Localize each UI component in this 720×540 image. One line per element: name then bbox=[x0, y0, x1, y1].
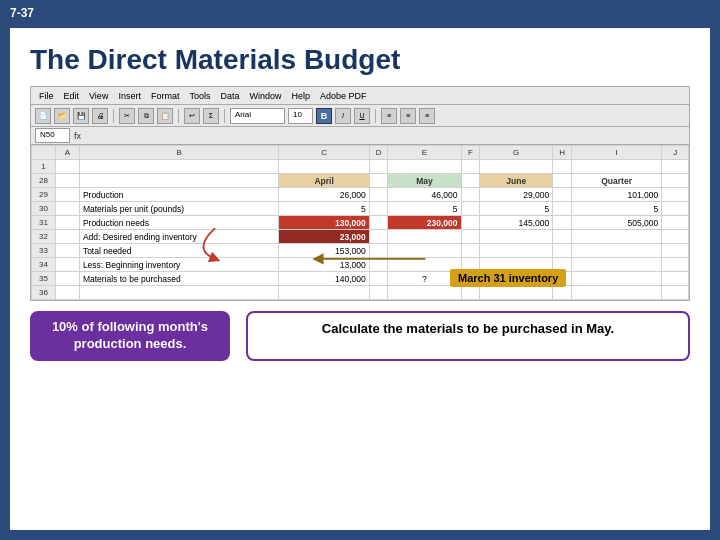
row-35-num: 35 bbox=[32, 272, 56, 286]
col-header-i: I bbox=[571, 146, 661, 160]
row-28-num: 28 bbox=[32, 174, 56, 188]
col-header-g: G bbox=[480, 146, 553, 160]
toolbar-copy-icon[interactable]: ⧉ bbox=[138, 108, 154, 124]
toolbar-print-icon[interactable]: 🖨 bbox=[92, 108, 108, 124]
cell-april-mat-purchased[interactable]: 140,000 bbox=[279, 272, 369, 286]
table-row-35: 35 Materials to be purchased 140,000 ? bbox=[32, 272, 689, 286]
col-header-h: H bbox=[553, 146, 572, 160]
callout-left-box: 10% of following month's production need… bbox=[30, 311, 230, 361]
menu-view[interactable]: View bbox=[85, 90, 112, 102]
cell-total-needed-label[interactable]: Total needed bbox=[79, 244, 278, 258]
row-33-num: 33 bbox=[32, 244, 56, 258]
menu-adobe[interactable]: Adobe PDF bbox=[316, 90, 371, 102]
menu-insert[interactable]: Insert bbox=[114, 90, 145, 102]
align-right-icon[interactable]: ≡ bbox=[419, 108, 435, 124]
cell-june-prod-needs[interactable]: 145,000 bbox=[480, 216, 553, 230]
cell-may-production[interactable]: 46,000 bbox=[388, 188, 461, 202]
cell-production-label[interactable]: Production bbox=[79, 188, 278, 202]
table-row-36: 36 bbox=[32, 286, 689, 300]
cell-mat-purchased-label[interactable]: Materials to be purchased bbox=[79, 272, 278, 286]
cell-april-desired-end[interactable]: 23,000 bbox=[279, 230, 369, 244]
font-size-selector[interactable]: 10 bbox=[288, 108, 313, 124]
slide-title: The Direct Materials Budget bbox=[30, 44, 690, 76]
callout-row: 10% of following month's production need… bbox=[30, 311, 690, 361]
table-row-30: 30 Materials per unit (pounds) 5 5 5 5 bbox=[32, 202, 689, 216]
menu-file[interactable]: File bbox=[35, 90, 58, 102]
toolbar-sep-2 bbox=[178, 109, 179, 123]
col-header-b: B bbox=[79, 146, 278, 160]
cell-quarter-prod-needs[interactable]: 505,000 bbox=[571, 216, 661, 230]
cell-april-production[interactable]: 26,000 bbox=[279, 188, 369, 202]
table-row-31: 31 Production needs 130,000 230,000 145,… bbox=[32, 216, 689, 230]
col-header-d: D bbox=[369, 146, 388, 160]
cell-may-prod-needs[interactable]: 230,000 bbox=[388, 216, 461, 230]
toolbar-paste-icon[interactable]: 📋 bbox=[157, 108, 173, 124]
menu-edit[interactable]: Edit bbox=[60, 90, 84, 102]
cell-materials-unit-label[interactable]: Materials per unit (pounds) bbox=[79, 202, 278, 216]
underline-button[interactable]: U bbox=[354, 108, 370, 124]
bold-button[interactable]: B bbox=[316, 108, 332, 124]
toolbar-sep-1 bbox=[113, 109, 114, 123]
cell-june-production[interactable]: 29,000 bbox=[480, 188, 553, 202]
cell-june-mat-unit[interactable]: 5 bbox=[480, 202, 553, 216]
grid-container: A B C D E F G H I J bbox=[31, 145, 689, 300]
cell-april-total-needed[interactable]: 153,000 bbox=[279, 244, 369, 258]
spreadsheet-grid: A B C D E F G H I J bbox=[31, 145, 689, 300]
cell-april-prod-needs[interactable]: 130,000 bbox=[279, 216, 369, 230]
col-header-c: C bbox=[279, 146, 369, 160]
row-34-num: 34 bbox=[32, 258, 56, 272]
italic-button[interactable]: I bbox=[335, 108, 351, 124]
toolbar-save-icon[interactable]: 💾 bbox=[73, 108, 89, 124]
cell-quarter-mat-unit[interactable]: 5 bbox=[571, 202, 661, 216]
font-selector[interactable]: Arial bbox=[230, 108, 285, 124]
cell-june-header[interactable]: June bbox=[480, 174, 553, 188]
align-left-icon[interactable]: ≡ bbox=[381, 108, 397, 124]
toolbar-undo-icon[interactable]: ↩ bbox=[184, 108, 200, 124]
align-center-icon[interactable]: ≡ bbox=[400, 108, 416, 124]
cell-beg-inv-label[interactable]: Less: Beginning inventory bbox=[79, 258, 278, 272]
menu-data[interactable]: Data bbox=[216, 90, 243, 102]
march-31-inventory-label: March 31 inventory bbox=[450, 269, 566, 287]
col-header-f: F bbox=[461, 146, 480, 160]
toolbar-open-icon[interactable]: 📂 bbox=[54, 108, 70, 124]
cell-quarter-header[interactable]: Quarter bbox=[571, 174, 661, 188]
toolbar-new-icon[interactable]: 📄 bbox=[35, 108, 51, 124]
row-29-num: 29 bbox=[32, 188, 56, 202]
spreadsheet: File Edit View Insert Format Tools Data … bbox=[30, 86, 690, 301]
formula-bar: N50 fx bbox=[31, 127, 689, 145]
col-header-rownum bbox=[32, 146, 56, 160]
toolbar-sum-icon[interactable]: Σ bbox=[203, 108, 219, 124]
row-num: 1 bbox=[32, 160, 56, 174]
toolbar-sep-4 bbox=[375, 109, 376, 123]
toolbar-cut-icon[interactable]: ✂ bbox=[119, 108, 135, 124]
fx-label: fx bbox=[74, 131, 81, 141]
col-header-e: E bbox=[388, 146, 461, 160]
toolbar-sep-3 bbox=[224, 109, 225, 123]
menu-help[interactable]: Help bbox=[287, 90, 314, 102]
cell-may-header[interactable]: May bbox=[388, 174, 461, 188]
menu-window[interactable]: Window bbox=[245, 90, 285, 102]
row-30-num: 30 bbox=[32, 202, 56, 216]
table-row-29: 29 Production 26,000 46,000 29,000 101,0… bbox=[32, 188, 689, 202]
cell-desired-end-label[interactable]: Add: Desired ending inventory bbox=[79, 230, 278, 244]
row-32-num: 32 bbox=[32, 230, 56, 244]
callout-right-box: Calculate the materials to be purchased … bbox=[246, 311, 690, 361]
cell-may-mat-unit[interactable]: 5 bbox=[388, 202, 461, 216]
menu-tools[interactable]: Tools bbox=[185, 90, 214, 102]
excel-toolbar: 📄 📂 💾 🖨 ✂ ⧉ 📋 ↩ Σ Arial 10 B I U ≡ ≡ bbox=[31, 105, 689, 127]
col-header-a: A bbox=[55, 146, 79, 160]
table-row-32: 32 Add: Desired ending inventory 23,000 bbox=[32, 230, 689, 244]
spreadsheet-wrapper: File Edit View Insert Format Tools Data … bbox=[30, 86, 690, 301]
excel-menubar: File Edit View Insert Format Tools Data … bbox=[31, 87, 689, 105]
cell-april-beg-inv[interactable]: 13,000 bbox=[279, 258, 369, 272]
cell-april-header[interactable]: April bbox=[279, 174, 369, 188]
cell-reference-box[interactable]: N50 bbox=[35, 128, 70, 143]
menu-format[interactable]: Format bbox=[147, 90, 184, 102]
cell-april-mat-unit[interactable]: 5 bbox=[279, 202, 369, 216]
table-row-34: 34 Less: Beginning inventory 13,000 bbox=[32, 258, 689, 272]
row-31-num: 31 bbox=[32, 216, 56, 230]
cell-prod-needs-label[interactable]: Production needs bbox=[79, 216, 278, 230]
slide-container: The Direct Materials Budget File Edit Vi… bbox=[10, 28, 710, 530]
cell-quarter-production[interactable]: 101,000 bbox=[571, 188, 661, 202]
table-row-33: 33 Total needed 153,000 bbox=[32, 244, 689, 258]
